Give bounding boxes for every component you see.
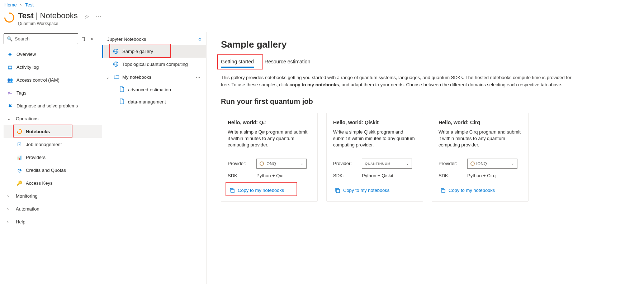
nav-access-control[interactable]: 👥 Access control (IAM) — [4, 73, 102, 86]
chevron-down-icon: ⌄ — [7, 116, 12, 121]
nav-providers[interactable]: 📊 Providers — [4, 151, 102, 164]
tab-resource-estimation[interactable]: Resource estimation — [265, 57, 311, 68]
gallery-description: This gallery provides notebooks getting … — [221, 74, 572, 88]
chevron-right-icon: › — [7, 219, 12, 224]
more-actions-icon[interactable]: ⋯ — [96, 13, 101, 20]
sdk-value: Python + Qiskit — [362, 173, 393, 178]
provider-select[interactable]: IONQ ⌄ — [256, 159, 307, 169]
nav-jobmgmt-label: Job management — [26, 142, 62, 147]
nav-credits-label: Credits and Quotas — [26, 168, 66, 173]
nav-group-operations[interactable]: ⌄ Operations — [4, 112, 102, 125]
nav-notebooks[interactable]: Notebooks — [4, 125, 102, 138]
tree-sample-gallery[interactable]: Sample gallery — [102, 45, 206, 58]
nav-keys-label: Access Keys — [26, 180, 52, 186]
collapse-middle-pane-icon[interactable]: « — [198, 36, 201, 42]
collapse-left-pane-icon[interactable]: « — [89, 34, 95, 43]
breadcrumb-current[interactable]: Test — [25, 2, 34, 8]
tree-file-data-management[interactable]: data-management — [102, 96, 206, 108]
nav-monitoring-label: Monitoring — [16, 193, 38, 199]
jupyter-panel-title: Jupyter Notebooks — [107, 37, 146, 42]
breadcrumb-home[interactable]: Home — [4, 2, 17, 8]
card-desc: Write a simple Qiskit program and submit… — [333, 129, 416, 149]
tree-topological[interactable]: Topological quantum computing — [102, 58, 206, 71]
card-desc: Write a simple Q# program and submit it … — [228, 129, 311, 149]
nav-activity-log[interactable]: ▤ Activity log — [4, 61, 102, 73]
file-icon — [119, 98, 124, 105]
sample-card-qsharp: Hello, world: Q# Write a simple Q# progr… — [221, 113, 318, 202]
tree-my-notebooks[interactable]: ⌄ My notebooks ⋯ — [102, 71, 206, 83]
ionq-logo: IONQ — [470, 161, 487, 166]
chevron-down-icon: ⌄ — [511, 161, 515, 165]
favorite-star-icon[interactable]: ☆ — [84, 13, 89, 20]
tree-sample-gallery-label: Sample gallery — [122, 49, 153, 54]
nav-job-management[interactable]: ☑ Job management — [4, 138, 102, 151]
file-icon — [119, 86, 124, 93]
providers-icon: 📊 — [16, 154, 22, 160]
chevron-down-icon: ⌄ — [106, 74, 111, 80]
nav-access-keys[interactable]: 🔑 Access Keys — [4, 177, 102, 189]
card-title: Hello, world: Cirq — [439, 120, 522, 125]
nav-group-automation[interactable]: › Automation — [4, 202, 102, 215]
nav-diagnose-label: Diagnose and solve problems — [16, 103, 78, 108]
provider-select[interactable]: IONQ ⌄ — [467, 159, 517, 169]
folder-icon — [114, 74, 119, 81]
credits-icon: ◔ — [16, 167, 22, 173]
diagnose-icon: ✖ — [7, 103, 13, 108]
nav-group-monitoring[interactable]: › Monitoring — [4, 189, 102, 202]
copy-label: Copy to my notebooks — [238, 188, 284, 193]
copy-to-notebooks-button[interactable]: Copy to my notebooks — [228, 185, 311, 196]
chevron-right-icon: › — [7, 206, 12, 212]
page-title-section: Notebooks — [40, 11, 78, 20]
card-title: Hello, world: Q# — [228, 120, 311, 125]
page-subtitle: Quantum Workspace — [18, 21, 78, 26]
sort-icon[interactable]: ⇅ — [80, 35, 87, 43]
nav-help-label: Help — [16, 219, 25, 224]
search-input[interactable] — [15, 36, 75, 42]
main-title: Sample gallery — [221, 39, 630, 50]
provider-select[interactable]: QUANTINUUM ⌄ — [362, 159, 412, 169]
globe-icon — [113, 48, 119, 54]
provider-label: Provider: — [439, 161, 467, 166]
nav-credits-quotas[interactable]: ◔ Credits and Quotas — [4, 164, 102, 177]
section-title: Run your first quantum job — [221, 97, 630, 106]
notebooks-icon — [16, 129, 22, 134]
nav-overview[interactable]: ◈ Overview — [4, 48, 102, 61]
tree-topological-label: Topological quantum computing — [122, 62, 188, 67]
more-icon[interactable]: ⋯ — [196, 74, 203, 80]
tree-file1-label: advanced-estimation — [128, 87, 171, 92]
tab-getting-started[interactable]: Getting started — [221, 57, 254, 68]
copy-label: Copy to my notebooks — [449, 188, 495, 193]
sample-card-cirq: Hello, world: Cirq Write a simple Cirq p… — [432, 113, 529, 202]
copy-to-notebooks-button[interactable]: Copy to my notebooks — [439, 185, 522, 196]
sdk-value: Python + Cirq — [467, 173, 496, 178]
search-input-wrap[interactable]: 🔍 — [4, 33, 78, 44]
quantinuum-logo: QUANTINUUM — [365, 162, 390, 165]
copy-icon — [440, 188, 446, 193]
tree-file2-label: data-management — [128, 99, 166, 105]
card-title: Hello, world: Qiskit — [333, 120, 416, 125]
nav-activity-label: Activity log — [16, 64, 39, 70]
breadcrumb: Home › Test — [0, 0, 644, 10]
copy-icon — [335, 188, 340, 193]
search-icon: 🔍 — [7, 36, 13, 42]
svg-rect-6 — [231, 189, 234, 193]
nav-tags-label: Tags — [16, 90, 26, 96]
svg-rect-7 — [336, 189, 340, 193]
tree-file-advanced-estimation[interactable]: advanced-estimation — [102, 83, 206, 96]
nav-diagnose[interactable]: ✖ Diagnose and solve problems — [4, 99, 102, 112]
provider-label: Provider: — [333, 161, 362, 166]
copy-label: Copy to my notebooks — [343, 188, 389, 193]
key-icon: 🔑 — [16, 180, 22, 186]
nav-tags[interactable]: 🏷 Tags — [4, 86, 102, 99]
svg-rect-8 — [442, 189, 445, 193]
nav-notebooks-label: Notebooks — [26, 129, 50, 134]
copy-to-notebooks-button[interactable]: Copy to my notebooks — [333, 185, 416, 196]
sdk-label: SDK: — [228, 173, 256, 178]
nav-group-help[interactable]: › Help — [4, 215, 102, 228]
sample-card-qiskit: Hello, world: Qiskit Write a simple Qisk… — [326, 113, 423, 202]
chevron-down-icon: ⌄ — [406, 161, 409, 165]
nav-overview-label: Overview — [16, 52, 36, 57]
globe-icon — [113, 61, 119, 67]
nav-providers-label: Providers — [26, 155, 46, 160]
card-desc: Write a simple Cirq program and submit i… — [439, 129, 522, 149]
